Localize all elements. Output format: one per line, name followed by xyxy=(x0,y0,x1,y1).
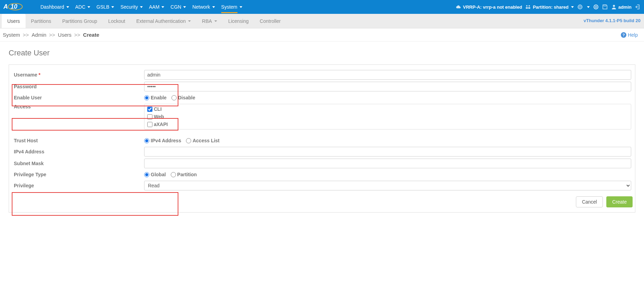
username-input[interactable] xyxy=(144,70,631,80)
chevron-down-icon[interactable] xyxy=(587,6,590,8)
form-actions: Cancel Create xyxy=(9,191,635,208)
cloud-icon xyxy=(456,4,461,10)
check-axapi[interactable]: aXAPI xyxy=(147,122,628,127)
tab-lockout[interactable]: Lockout xyxy=(103,14,131,28)
breadcrumb: System >> Admin >> Users >> Create ? Hel… xyxy=(0,28,644,42)
chevron-down-icon xyxy=(188,20,191,22)
label-trust-host: Trust Host xyxy=(13,138,144,143)
password-input[interactable] xyxy=(144,82,631,91)
svg-text:A: A xyxy=(3,3,8,10)
chevron-down-icon xyxy=(111,6,114,8)
partition-icon xyxy=(525,4,531,10)
check-web[interactable]: Web xyxy=(147,114,628,119)
chevron-down-icon xyxy=(240,6,242,8)
top-nav: A 10 Dashboard ADC GSLB Security AAM CGN… xyxy=(0,0,644,14)
label-priv-type: Privilege Type xyxy=(13,172,144,177)
tab-rba[interactable]: RBA xyxy=(196,14,223,28)
ipv4-input[interactable] xyxy=(144,147,631,157)
label-privilege: Privilege xyxy=(13,183,144,188)
page-content: Create User Username * Password Enable U… xyxy=(0,42,644,220)
svg-point-9 xyxy=(595,6,597,8)
menu-adc[interactable]: ADC xyxy=(75,4,91,10)
label-password: Password xyxy=(13,84,144,89)
page-title: Create User xyxy=(9,48,635,57)
svg-point-4 xyxy=(529,5,530,7)
chevron-down-icon xyxy=(66,6,69,8)
crumb-current: Create xyxy=(83,32,99,38)
access-options: CLI Web aXAPI xyxy=(144,104,631,129)
tab-ext-auth[interactable]: External Authentication xyxy=(131,14,196,28)
partition-selector[interactable]: Partition: shared xyxy=(525,4,573,10)
label-access: Access xyxy=(13,104,144,109)
svg-point-3 xyxy=(526,5,528,7)
chevron-down-icon xyxy=(183,6,186,8)
chevron-down-icon xyxy=(214,20,217,22)
create-user-form: Username * Password Enable User Enable D… xyxy=(9,64,635,213)
top-right-toolbar: VRRP-A: vrrp-a not enabled Partition: sh… xyxy=(456,4,641,10)
svg-point-11 xyxy=(613,5,615,7)
chevron-down-icon xyxy=(212,6,215,8)
create-button[interactable]: Create xyxy=(606,196,633,207)
chevron-down-icon xyxy=(140,6,143,8)
menu-network[interactable]: Network xyxy=(192,4,215,10)
check-cli[interactable]: CLI xyxy=(147,106,628,112)
tab-controller[interactable]: Controller xyxy=(254,14,286,28)
brand-logo: A 10 xyxy=(3,2,32,12)
crumb-admin[interactable]: Admin xyxy=(32,32,47,38)
svg-rect-5 xyxy=(526,7,528,9)
lifering-icon[interactable] xyxy=(593,4,599,10)
help-icon: ? xyxy=(621,32,626,38)
radio-partition[interactable]: Partition xyxy=(171,172,197,177)
radio-global[interactable]: Global xyxy=(144,172,166,177)
logout-icon[interactable] xyxy=(635,4,641,10)
privilege-select[interactable]: Read xyxy=(144,181,631,190)
svg-point-8 xyxy=(594,5,598,9)
label-subnet: Subnet Mask xyxy=(13,161,144,166)
menu-dashboard[interactable]: Dashboard xyxy=(40,4,69,10)
chevron-down-icon xyxy=(87,6,90,8)
subnet-input[interactable] xyxy=(144,159,631,168)
tab-licensing[interactable]: Licensing xyxy=(223,14,254,28)
sub-nav: Users Partitions Partitions Group Lockou… xyxy=(0,14,644,28)
menu-aam[interactable]: AAM xyxy=(149,4,164,10)
menu-system[interactable]: System xyxy=(221,4,242,10)
globe-icon[interactable] xyxy=(577,4,583,10)
menu-security[interactable]: Security xyxy=(120,4,143,10)
main-menu: Dashboard ADC GSLB Security AAM CGN Netw… xyxy=(40,4,456,10)
cancel-button[interactable]: Cancel xyxy=(576,196,603,207)
crumb-users[interactable]: Users xyxy=(58,32,72,38)
crumb-system[interactable]: System xyxy=(3,32,20,38)
chevron-down-icon xyxy=(161,6,164,8)
tab-partitions[interactable]: Partitions xyxy=(26,14,57,28)
save-icon[interactable] xyxy=(602,4,608,10)
user-icon xyxy=(611,4,617,10)
vrrp-status[interactable]: VRRP-A: vrrp-a not enabled xyxy=(456,4,522,10)
tab-users[interactable]: Users xyxy=(2,14,26,28)
svg-rect-6 xyxy=(528,7,530,9)
radio-access-list[interactable]: Access List xyxy=(186,138,220,143)
tab-partitions-group[interactable]: Partitions Group xyxy=(57,14,103,28)
label-username: Username * xyxy=(13,72,144,78)
radio-ipv4[interactable]: IPv4 Address xyxy=(144,138,181,143)
version-info: vThunder 4.1.1-P5 build 20 xyxy=(580,14,644,28)
menu-gslb[interactable]: GSLB xyxy=(96,4,114,10)
chevron-down-icon xyxy=(571,6,574,8)
label-ipv4: IPv4 Address xyxy=(13,149,144,154)
help-link[interactable]: ? Help xyxy=(621,32,638,38)
menu-cgn[interactable]: CGN xyxy=(170,4,186,10)
svg-text:10: 10 xyxy=(11,3,18,10)
radio-disable[interactable]: Disable xyxy=(171,95,195,100)
user-menu[interactable]: admin xyxy=(611,4,632,10)
label-enable-user: Enable User xyxy=(13,95,144,100)
radio-enable[interactable]: Enable xyxy=(144,95,167,100)
